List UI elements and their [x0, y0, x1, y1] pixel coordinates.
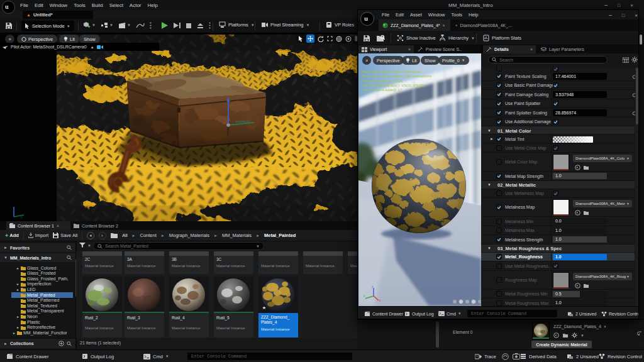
svg-text:Viewport: Viewport [235, 119, 250, 123]
svg-text:Y: Y [20, 216, 23, 219]
svg-text:x: x [379, 299, 381, 302]
svg-text:y: y [364, 293, 365, 297]
svg-text:+: + [87, 24, 91, 29]
